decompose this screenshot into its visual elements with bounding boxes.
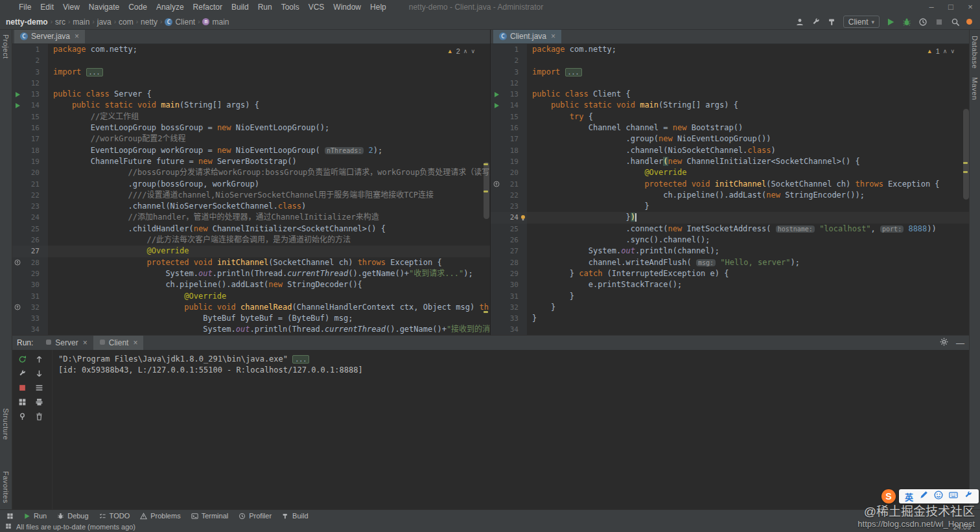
warning-stripe-mark[interactable] — [484, 311, 488, 313]
code-line[interactable]: 22 ch.pipeline().addLast(new StringEncod… — [491, 190, 970, 201]
menu-window[interactable]: Window — [329, 3, 366, 12]
gutter[interactable]: 23 — [12, 201, 48, 212]
input-method-logo[interactable]: S — [881, 489, 896, 503]
line-number[interactable]: 30 — [502, 279, 519, 290]
code-line[interactable]: 30 ch.pipeline().addLast(new StringDecod… — [12, 279, 490, 290]
code-line[interactable]: 23 } — [491, 201, 970, 212]
code-line[interactable]: 34 System.out.println(Thread.currentThre… — [12, 324, 490, 335]
gutter[interactable]: 28 — [12, 257, 48, 268]
line-number[interactable]: 16 — [23, 122, 40, 133]
breadcrumb-item-main[interactable]: main — [71, 17, 91, 27]
down-icon[interactable] — [34, 368, 45, 379]
gutter[interactable]: 25 — [12, 224, 48, 235]
line-number[interactable]: 2 — [23, 55, 40, 66]
code-line[interactable]: 15 try { — [491, 111, 970, 122]
wrench-icon[interactable] — [17, 368, 28, 379]
gutter[interactable]: 31 — [491, 291, 527, 302]
line-number[interactable]: 28 — [23, 257, 40, 268]
minimize-icon[interactable]: – — [922, 0, 941, 14]
code-line[interactable]: 18 .channel(NioSocketChannel.class) — [491, 145, 970, 156]
printer-icon[interactable] — [34, 397, 45, 408]
gutter[interactable]: 27 — [491, 246, 527, 257]
warning-stripe-mark[interactable] — [963, 171, 968, 173]
gutter[interactable]: 16 — [12, 122, 48, 133]
run-gutter-icon[interactable] — [12, 91, 23, 98]
sidebar-item-project[interactable]: Project — [0, 34, 12, 59]
toolwindow-switcher-icon[interactable] — [4, 513, 16, 520]
gutter[interactable]: 34 — [491, 324, 527, 335]
menu-help[interactable]: Help — [366, 3, 391, 12]
gutter[interactable]: 34 — [12, 324, 48, 335]
line-number[interactable]: 25 — [502, 224, 519, 235]
code-line[interactable]: 3import ... — [491, 67, 970, 78]
line-number[interactable]: 20 — [23, 167, 40, 178]
sidebar-item-database[interactable]: Database — [970, 36, 980, 69]
code-line[interactable]: 27 @Override — [12, 246, 490, 257]
gutter[interactable]: 14 — [491, 100, 527, 111]
line-number[interactable]: 14 — [502, 100, 519, 111]
sidebar-item-maven[interactable]: Maven — [970, 77, 980, 100]
gutter[interactable]: 14 — [12, 100, 48, 111]
ime-settings-icon[interactable] — [964, 491, 973, 502]
stop-icon[interactable] — [17, 382, 28, 393]
run-tab-server[interactable]: Server× — [40, 336, 93, 350]
line-number[interactable]: 15 — [502, 111, 519, 122]
gutter[interactable]: 12 — [12, 78, 48, 89]
line-number[interactable]: 24 — [23, 212, 40, 223]
line-number[interactable]: 34 — [23, 324, 40, 335]
emoji-icon[interactable] — [934, 491, 943, 502]
line-number[interactable]: 25 — [23, 224, 40, 235]
close-icon[interactable]: × — [961, 0, 980, 14]
code-line[interactable]: 15 //定义工作组 — [12, 111, 490, 122]
gutter[interactable]: 19 — [491, 156, 527, 167]
gutter[interactable]: 29 — [12, 268, 48, 279]
line-number[interactable]: 22 — [502, 190, 519, 201]
gutter[interactable]: 1 — [491, 44, 527, 55]
line-number[interactable]: 13 — [502, 89, 519, 100]
code-line[interactable]: 34 — [491, 324, 970, 335]
gutter[interactable]: 22 — [12, 190, 48, 201]
line-number[interactable]: 1 — [23, 44, 40, 55]
code-line[interactable]: 31 @Override — [12, 291, 490, 302]
sidebar-item-structure[interactable]: Structure — [0, 408, 12, 440]
code-line[interactable]: 25 .connect(new InetSocketAddress( hostn… — [491, 224, 970, 235]
code-line[interactable]: 2 — [491, 55, 970, 66]
code-line[interactable]: 12 — [12, 78, 490, 89]
code-line[interactable]: 25 .childHandler(new ChannelInitializer<… — [12, 224, 490, 235]
menu-vcs[interactable]: VCS — [304, 3, 329, 12]
gutter[interactable]: 2 — [12, 55, 48, 66]
pen-icon[interactable] — [919, 491, 928, 502]
ime-language-toggle[interactable]: 英 — [905, 491, 913, 503]
trash-icon[interactable] — [34, 411, 45, 422]
menu-edit[interactable]: Edit — [36, 3, 58, 12]
code-editor[interactable]: 1package com.netty;23import ...1213publi… — [12, 44, 490, 335]
gutter[interactable]: 18 — [12, 145, 48, 156]
grid-icon[interactable] — [17, 397, 28, 408]
run-tab-client[interactable]: Client× — [93, 336, 144, 350]
gutter[interactable]: 3 — [12, 67, 48, 78]
line-number[interactable]: 21 — [23, 179, 40, 190]
code-line[interactable]: 12 — [491, 78, 970, 89]
status-grid-icon[interactable] — [5, 523, 12, 531]
gutter[interactable]: 25 — [491, 224, 527, 235]
hide-panel-icon[interactable]: — — [956, 338, 964, 348]
line-number[interactable]: 31 — [23, 291, 40, 302]
gutter[interactable]: 21 — [12, 179, 48, 190]
gutter[interactable]: 32 — [491, 302, 527, 313]
code-line[interactable]: 1package com.netty; — [491, 44, 970, 55]
menu-analyze[interactable]: Analyze — [152, 3, 189, 12]
code-line[interactable]: 28 channel.writeAndFlush( msg: "Hello, s… — [491, 257, 970, 268]
prev-error-icon[interactable]: ∧ — [943, 48, 948, 54]
gutter[interactable]: 15 — [491, 111, 527, 122]
line-number[interactable]: 19 — [23, 156, 40, 167]
gutter[interactable]: 3 — [491, 67, 527, 78]
gear-icon[interactable] — [940, 337, 948, 349]
menu-view[interactable]: View — [58, 3, 84, 12]
code-line[interactable]: 20 //bossGroup分发请求给workGroup:bossGroup负责… — [12, 167, 490, 178]
line-number[interactable]: 3 — [23, 67, 40, 78]
code-line[interactable]: 19 ChannelFuture future = new ServerBoot… — [12, 156, 490, 167]
line-number[interactable]: 27 — [23, 246, 40, 257]
gutter[interactable]: 23 — [491, 201, 527, 212]
code-line[interactable]: 29 } catch (InterruptedException e) { — [491, 268, 970, 279]
line-number[interactable]: 29 — [502, 268, 519, 279]
